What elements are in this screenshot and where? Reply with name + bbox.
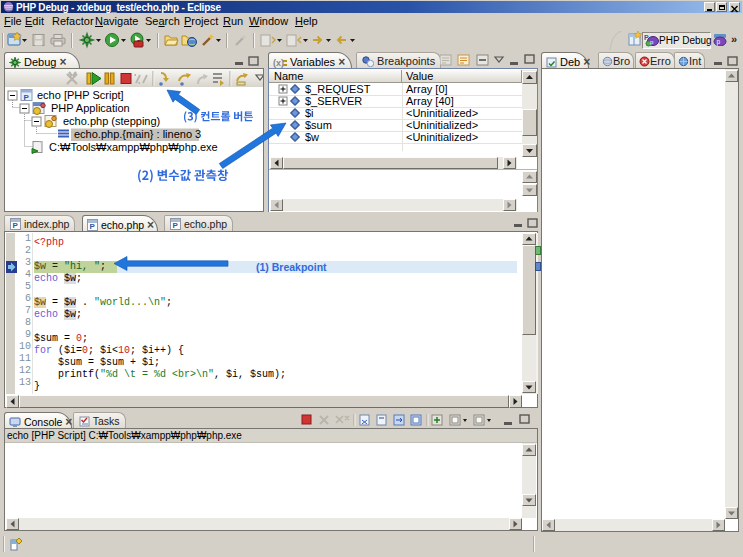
- svg-text:Array [40]: Array [40]: [406, 95, 454, 107]
- svg-text:C:₩Tools₩xampp₩php₩php.exe: C:₩Tools₩xampp₩php₩php.exe: [49, 141, 218, 153]
- svg-text:echo.php (stepping): echo.php (stepping): [63, 115, 160, 127]
- svg-text:$w: $w: [305, 131, 319, 143]
- svg-text:<Uninitialized>: <Uninitialized>: [406, 119, 478, 131]
- svg-text:p: p: [717, 38, 721, 46]
- svg-text:(x): (x): [273, 58, 284, 68]
- svg-text:Array [0]: Array [0]: [406, 83, 448, 95]
- svg-text:echo.php.{main} : lineno 3: echo.php.{main} : lineno 3: [74, 128, 201, 140]
- svg-text:P: P: [13, 221, 19, 230]
- svg-text:$_SERVER: $_SERVER: [305, 95, 362, 107]
- svg-text:P: P: [173, 221, 179, 230]
- svg-text:PHP Application: PHP Application: [51, 102, 130, 114]
- svg-text:echo [PHP Script]: echo [PHP Script]: [37, 89, 124, 101]
- svg-text:$sum: $sum: [305, 119, 332, 131]
- svg-text:P: P: [90, 222, 96, 231]
- svg-text:<Uninitialized>: <Uninitialized>: [406, 131, 478, 143]
- svg-text:$_REQUEST: $_REQUEST: [305, 83, 371, 95]
- svg-text:$i: $i: [305, 107, 314, 119]
- svg-text:P: P: [24, 93, 30, 102]
- svg-text:<Uninitialized>: <Uninitialized>: [406, 107, 478, 119]
